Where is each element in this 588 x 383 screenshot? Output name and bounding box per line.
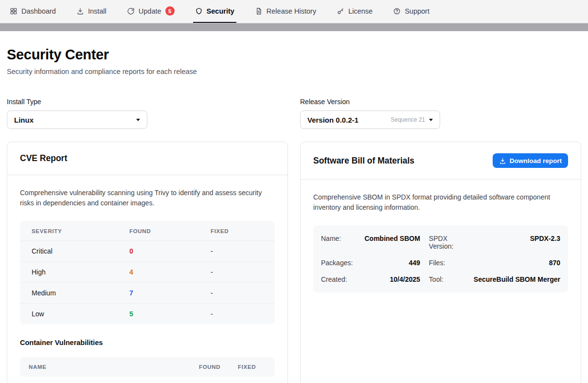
chevron-down-icon (136, 119, 140, 121)
table-row-medium: Medium 7 - (20, 283, 275, 304)
nav-item-support[interactable]: Support (391, 0, 431, 23)
container-table-header: NAME FOUND FIXED (20, 357, 275, 377)
sbom-header: Software Bill of Materials Download repo… (301, 142, 581, 180)
found-count: 7 (129, 283, 211, 303)
page-title: Security Center (7, 47, 581, 63)
update-count-badge: 5 (165, 6, 175, 16)
nav-item-license[interactable]: License (335, 0, 374, 23)
fixed-count: - (211, 241, 263, 261)
sbom-card: Software Bill of Materials Download repo… (300, 142, 581, 383)
sbom-info-grid: Name: Combined SBOM SPDX Version: SPDX-2… (313, 225, 568, 292)
found-count: 0 (129, 241, 211, 261)
sbom-files-value: 870 (474, 255, 560, 271)
cve-report-description: Comprehensive vulnerability scanning usi… (20, 188, 275, 208)
separator-band (0, 23, 588, 31)
column-header-found: FOUND (199, 357, 238, 377)
nav-label: Dashboard (21, 7, 56, 15)
cve-report-card: CVE Report Comprehensive vulnerability s… (7, 142, 288, 383)
table-row-low: Low 5 - (20, 304, 275, 324)
nav-item-release-history[interactable]: Release History (253, 0, 318, 23)
severity-name: Medium (32, 283, 129, 303)
key-icon (337, 7, 344, 15)
nav-label: Update (139, 7, 161, 15)
nav-label: Install (88, 7, 107, 15)
sbom-title: Software Bill of Materials (313, 156, 414, 166)
download-icon (76, 7, 84, 15)
sbom-description: Comprehensive SBOM in SPDX format provid… (313, 192, 568, 213)
container-vulnerabilities-table: NAME FOUND FIXED (20, 357, 275, 377)
release-version-label: Release Version (300, 98, 581, 106)
nav-label: Support (405, 7, 429, 15)
fixed-count: - (211, 283, 263, 303)
found-count: 4 (129, 262, 211, 282)
filters-row: Install Type Linux Release Version Versi… (7, 98, 581, 129)
column-header-fixed: FIXED (238, 357, 266, 377)
sbom-created-value: 10/4/2025 (364, 271, 420, 288)
severity-name: High (32, 262, 129, 282)
release-sequence-label: Sequence 21 (391, 116, 425, 123)
help-circle-icon (393, 7, 401, 15)
install-type-select[interactable]: Linux (7, 110, 147, 129)
sbom-files-label: Files: (420, 255, 474, 271)
cve-report-title: CVE Report (20, 153, 67, 164)
container-vulnerabilities-title: Container Vulnerabilities (20, 339, 275, 347)
sbom-name-value: Combined SBOM (364, 230, 420, 255)
download-report-button[interactable]: Download report (493, 153, 568, 168)
fixed-count: - (211, 304, 263, 324)
top-navigation: Dashboard Install Update 5 Security Rele… (0, 0, 588, 23)
sbom-tool-label: Tool: (420, 271, 474, 288)
found-count: 5 (129, 304, 211, 324)
release-version-field: Release Version Version 0.0.2-1 Sequence… (300, 98, 581, 129)
sbom-tool-value: SecureBuild SBOM Merger (474, 271, 560, 288)
column-header-severity: SEVERITY (32, 221, 129, 240)
cards-row: CVE Report Comprehensive vulnerability s… (7, 142, 581, 383)
nav-item-security[interactable]: Security (193, 0, 236, 23)
dashboard-icon (10, 7, 18, 15)
release-version-value: Version 0.0.2-1 (307, 116, 358, 124)
refresh-icon (127, 7, 135, 15)
nav-item-dashboard[interactable]: Dashboard (8, 0, 58, 23)
table-row-critical: Critical 0 - (20, 241, 275, 262)
download-report-label: Download report (510, 157, 562, 164)
sbom-name-label: Name: (321, 230, 364, 255)
download-icon (499, 157, 506, 164)
column-header-found: FOUND (129, 221, 211, 240)
chevron-down-icon (429, 119, 433, 121)
nav-label: License (348, 7, 373, 15)
install-type-value: Linux (14, 116, 34, 124)
cve-report-header: CVE Report (7, 142, 287, 175)
release-version-select[interactable]: Version 0.0.2-1 Sequence 21 (300, 110, 440, 129)
severity-name: Critical (32, 241, 129, 261)
install-type-field: Install Type Linux (7, 98, 288, 129)
page-subtitle: Security information and compliance repo… (7, 68, 581, 75)
severity-name: Low (32, 304, 129, 324)
sbom-packages-label: Packages: (321, 255, 364, 271)
severity-table-header: SEVERITY FOUND FIXED (20, 221, 275, 241)
fixed-count: - (211, 262, 263, 282)
sbom-body: Comprehensive SBOM in SPDX format provid… (301, 180, 581, 305)
nav-item-install[interactable]: Install (74, 0, 108, 23)
cve-report-body: Comprehensive vulnerability scanning usi… (7, 175, 287, 383)
document-icon (255, 7, 263, 15)
install-type-label: Install Type (7, 98, 288, 106)
column-header-fixed: FIXED (211, 221, 263, 240)
page-content: Security Center Security information and… (0, 47, 588, 383)
nav-label: Security (207, 7, 234, 15)
sbom-spdx-version-value: SPDX-2.3 (474, 230, 560, 255)
sbom-packages-value: 449 (364, 255, 420, 271)
sbom-created-label: Created: (321, 271, 364, 288)
shield-icon (195, 7, 203, 15)
nav-label: Release History (267, 7, 316, 15)
severity-table: SEVERITY FOUND FIXED Critical 0 - High 4… (20, 221, 275, 324)
table-row-high: High 4 - (20, 262, 275, 283)
column-header-name: NAME (29, 357, 199, 377)
nav-item-update[interactable]: Update 5 (125, 0, 177, 23)
sbom-spdx-version-label: SPDX Version: (420, 230, 474, 255)
